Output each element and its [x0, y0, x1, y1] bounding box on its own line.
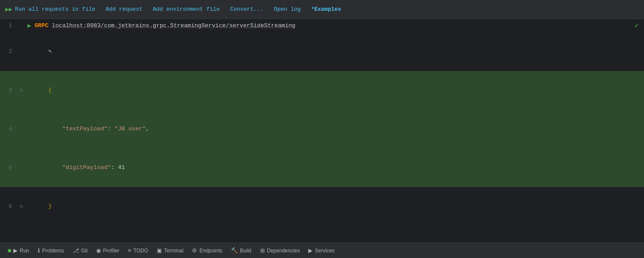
statusbar-run[interactable]: ▶ Run	[3, 243, 33, 258]
mouse-cursor-icon: ↖	[49, 47, 53, 55]
services-label: Services	[315, 248, 334, 254]
profiler-label: Profiler	[103, 248, 119, 254]
add-env-label: Add environment file	[153, 6, 220, 12]
line-number-6: 6	[0, 203, 17, 210]
fold-icon-6[interactable]: ⊟	[20, 204, 23, 209]
open-log-label: Open log	[274, 6, 301, 12]
json-colon-4: :	[107, 126, 114, 132]
close-brace: }	[49, 203, 52, 209]
statusbar-todo[interactable]: ≡ TODO	[124, 243, 152, 258]
todo-label: TODO	[134, 248, 148, 254]
endpoints-icon: ⚙	[192, 247, 197, 254]
line-number-1: 1	[0, 22, 17, 29]
request-url[interactable]: localhost:8083/com.jetbrains.grpc.Stream…	[52, 22, 295, 29]
add-request-button[interactable]: Add request	[106, 6, 143, 12]
statusbar-problems[interactable]: ℹ Problems	[33, 243, 68, 258]
statusbar-build[interactable]: 🔨 Build	[227, 243, 256, 258]
problems-icon: ℹ	[38, 247, 40, 254]
problems-label: Problems	[42, 248, 64, 254]
line-2-content: ↖	[26, 32, 644, 71]
line-number-3: 3	[0, 87, 17, 94]
run-all-button[interactable]: ▶▶ Run all requests in file	[5, 6, 95, 13]
run-dot-icon	[8, 249, 11, 252]
grpc-label: GRPC	[34, 22, 48, 29]
line-6-content: }	[26, 187, 644, 226]
statusbar-services[interactable]: ▶ Services	[304, 243, 339, 258]
fold-icon-3[interactable]: ⊟	[20, 88, 23, 93]
editor-line-6: 6 ⊟ }	[0, 187, 644, 226]
open-log-button[interactable]: Open log	[274, 6, 301, 12]
line-gutter-6: ⊟	[17, 204, 26, 209]
statusbar-endpoints[interactable]: ⚙ Endpoints	[188, 243, 226, 258]
git-icon: ⎇	[73, 247, 79, 254]
git-label: Git	[81, 248, 88, 254]
run-label: Run	[20, 248, 29, 254]
run-play-icon: ▶	[13, 247, 18, 254]
editor: 1 ▶ GRPC localhost:8083/com.jetbrains.gr…	[0, 19, 644, 243]
valid-checkmark: ✓	[634, 21, 639, 30]
editor-line-1: 1 ▶ GRPC localhost:8083/com.jetbrains.gr…	[0, 19, 644, 32]
open-brace: {	[49, 87, 52, 93]
line-number-5: 5	[0, 165, 17, 171]
endpoints-label: Endpoints	[199, 248, 222, 254]
build-label: Build	[240, 248, 252, 254]
json-value-digitpayload: 41	[118, 164, 125, 171]
statusbar-profiler[interactable]: ◉ Profiler	[92, 243, 124, 258]
statusbar-git[interactable]: ⎇ Git	[68, 243, 92, 258]
line-4-content: "textPayload": "JB user",	[26, 110, 644, 148]
dependencies-label: Dependencies	[267, 248, 300, 254]
line-number-2: 2	[0, 48, 17, 55]
terminal-icon: ▣	[157, 247, 162, 254]
convert-label: Convert...	[230, 6, 264, 12]
run-all-icon: ▶▶	[5, 6, 12, 13]
statusbar-terminal[interactable]: ▣ Terminal	[152, 243, 188, 258]
editor-line-3: 3 ⊟ {	[0, 71, 644, 110]
run-request-button[interactable]: ▶	[27, 22, 31, 29]
convert-button[interactable]: Convert...	[230, 6, 264, 12]
line-3-content: {	[26, 71, 644, 110]
add-request-label: Add request	[106, 6, 143, 12]
editor-line-4: 4 "textPayload": "JB user",	[0, 110, 644, 148]
toolbar: ▶▶ Run all requests in file Add request …	[0, 0, 644, 19]
json-colon-5: :	[111, 164, 118, 171]
terminal-label: Terminal	[164, 248, 183, 254]
json-key-textpayload: "textPayload"	[62, 126, 107, 132]
line-number-4: 4	[0, 126, 17, 132]
line-gutter-3: ⊟	[17, 88, 26, 93]
line-5-content: "digitPayload": 41	[26, 148, 644, 187]
dependencies-icon: ⊞	[260, 247, 265, 254]
todo-icon: ≡	[128, 247, 131, 254]
examples-button[interactable]: *Examples	[311, 6, 341, 12]
services-icon: ▶	[308, 247, 313, 254]
statusbar: ▶ Run ℹ Problems ⎇ Git ◉ Profiler ≡ TODO…	[0, 243, 644, 258]
json-value-textpayload: "JB user"	[115, 126, 146, 132]
line-1-content: ▶ GRPC localhost:8083/com.jetbrains.grpc…	[26, 21, 644, 30]
add-environment-button[interactable]: Add environment file	[153, 6, 220, 12]
statusbar-dependencies[interactable]: ⊞ Dependencies	[256, 243, 304, 258]
build-icon: 🔨	[231, 247, 238, 254]
editor-line-2: 2 ↖	[0, 32, 644, 71]
json-key-digitpayload: "digitPayload"	[62, 164, 111, 171]
run-all-label: Run all requests in file	[15, 6, 95, 12]
profiler-icon: ◉	[96, 247, 101, 254]
editor-line-5: 5 "digitPayload": 41	[0, 148, 644, 187]
